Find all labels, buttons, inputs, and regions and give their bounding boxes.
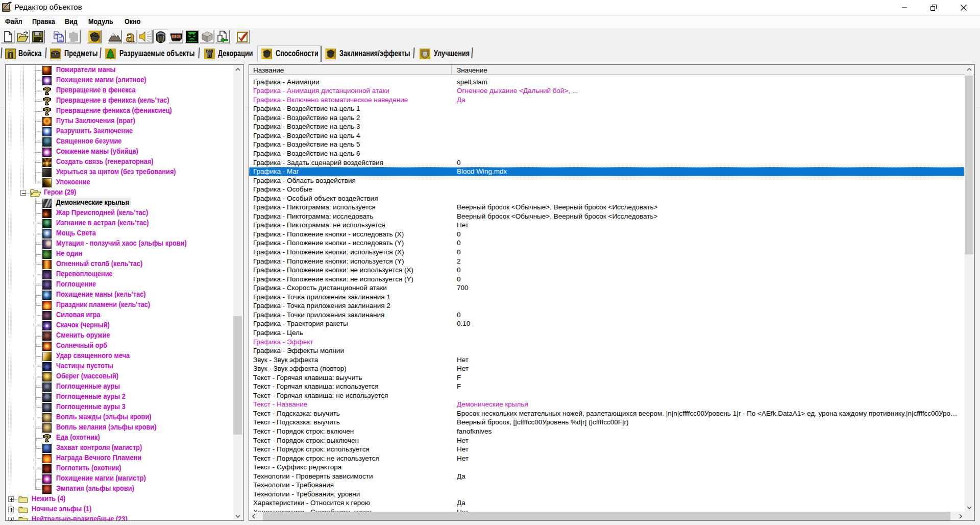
svg-text:a: a (126, 30, 134, 43)
